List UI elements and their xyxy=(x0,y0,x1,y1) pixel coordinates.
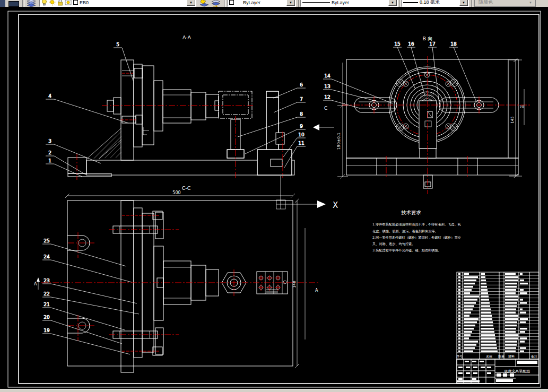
callout-number: 9 xyxy=(300,124,303,129)
dim-b-right-outer: 145 xyxy=(510,116,515,123)
linetype-dropdown-arrow[interactable]: ▼ xyxy=(388,0,397,6)
layer-dropdown-arrow[interactable]: ▼ xyxy=(187,0,195,6)
current-color-swatch-icon xyxy=(229,0,234,5)
callout-number: 25 xyxy=(44,238,49,243)
title-block: 铣床夹具装配图 xyxy=(457,359,539,384)
view-b-direction: 145 70 xyxy=(342,56,532,194)
label-view-b: B 向 xyxy=(422,36,432,41)
tech-req-title: 技术要求 xyxy=(401,210,422,215)
color-control-dropdown[interactable]: ByLayer ▼ xyxy=(227,0,296,7)
layer-name: EB0 xyxy=(80,0,89,5)
bom-rows xyxy=(457,273,539,352)
layer-previous-button[interactable] xyxy=(210,0,222,7)
linetype-sample-icon xyxy=(302,2,330,3)
padlock-icon[interactable] xyxy=(57,0,63,6)
lineweight-sample-icon xyxy=(403,2,418,3)
sun-icon[interactable] xyxy=(49,0,56,6)
make-object-layer-current-icon xyxy=(199,0,209,7)
label-section-aa: A-A xyxy=(182,34,192,40)
layer-previous-icon xyxy=(211,0,221,7)
object-properties-toolbar: EB0 ▼ ByLayer ▼ ByLayer ▼ 0.18 毫米 ▼ 随颜色 … xyxy=(0,0,548,7)
bom-header: 序号 xyxy=(456,354,463,358)
callout-number: 20 xyxy=(44,315,50,320)
callout-number: 16 xyxy=(408,41,414,47)
callout-number: 5 xyxy=(116,42,119,47)
tech-req-line: 叉、对称、逐步、均匀拧紧。 xyxy=(372,242,415,246)
lineweight-control-dropdown[interactable]: 0.18 毫米 ▼ xyxy=(401,0,469,7)
tech-req-line: 2.同一零件用多件螺钉（螺栓）紧固时，各螺钉（螺栓）需交 xyxy=(372,236,461,240)
callout-number: 12 xyxy=(324,94,330,100)
toolbar-separator xyxy=(471,0,473,7)
color-value: ByLayer xyxy=(243,0,260,5)
callout-number: 21 xyxy=(44,302,49,307)
layer-control-dropdown[interactable]: EB0 ▼ xyxy=(39,0,196,7)
datum-a-left: A xyxy=(34,282,37,286)
callout-number: 11 xyxy=(298,141,304,146)
lineweight-dropdown-arrow[interactable]: ▼ xyxy=(459,0,468,6)
color-dropdown-arrow[interactable]: ▼ xyxy=(286,0,295,6)
callout-number: 10 xyxy=(298,132,305,137)
callout-number: 19 xyxy=(44,328,50,333)
lineweight-value: 0.18 毫米 xyxy=(420,0,440,6)
bom-table: 序号 名称 数量 材料 备注 xyxy=(456,272,539,359)
callout-number: 3 xyxy=(48,138,51,144)
dim-height-tolerance: 190±0.1 xyxy=(336,133,341,150)
linetype-control-dropdown[interactable]: ByLayer ▼ xyxy=(300,0,398,7)
viewport-freeze-icon[interactable] xyxy=(65,0,72,6)
callout-number: 8 xyxy=(300,111,303,117)
callout-number: 6 xyxy=(300,82,303,88)
plot-style-dropdown-arrow: ▼ xyxy=(526,0,535,6)
bulb-icon[interactable] xyxy=(41,0,47,6)
tech-req-line: 化皮、锈蚀、切屑、油污、着色剂和灰尘等。 xyxy=(372,229,438,233)
tech-req-line: 3.装配过程中零件不允许磕、碰、划伤和锈蚀。 xyxy=(372,248,441,252)
layers-dialog-button[interactable] xyxy=(25,0,37,7)
plot-style-control-dropdown: 随颜色 ▼ xyxy=(474,0,536,7)
callout-number: 17 xyxy=(429,41,435,47)
view-section-cc: 500 xyxy=(34,176,338,372)
callout-number: 15 xyxy=(394,41,400,47)
cad-drawing[interactable]: 190±0.1 C xyxy=(0,7,548,389)
drawing-title: 铣床夹具装配图 xyxy=(504,369,530,373)
tech-req-line: 1.零件在装配前必须清理和清洗干净，不得有毛刺、飞边、氧 xyxy=(372,222,461,227)
color-swatch-icon[interactable] xyxy=(73,0,78,5)
technical-requirements: 技术要求 1.零件在装配前必须清理和清洗干净，不得有毛刺、飞边、氧 化皮、锈蚀、… xyxy=(372,210,461,252)
dim-c-right-outer: 140 xyxy=(292,281,297,288)
callout-number: 24 xyxy=(44,254,50,259)
partial-icon-left[interactable] xyxy=(0,0,5,7)
label-section-cc: C-C xyxy=(182,185,191,191)
dim-overall-width: 500 xyxy=(172,190,180,195)
linetype-value: ByLayer xyxy=(332,0,349,5)
axis-label-x: X xyxy=(333,201,338,210)
plot-style-value: 随颜色 xyxy=(479,0,493,6)
callout-number: 14 xyxy=(324,73,330,79)
command-line-strip xyxy=(0,389,548,392)
section-letter-c: C xyxy=(324,106,327,111)
callout-number: 7 xyxy=(300,97,303,102)
layers-icon xyxy=(27,0,36,7)
bom-header: 材料 xyxy=(508,354,515,359)
callout-number: 18 xyxy=(450,41,457,47)
part-callouts: 1234567891011121314151617181920212223242… xyxy=(42,41,476,354)
datum-a-right: A xyxy=(315,288,318,293)
toolbar-separator xyxy=(22,0,24,7)
model-space-canvas[interactable]: 190±0.1 C xyxy=(0,7,548,389)
callout-number: 13 xyxy=(324,84,330,89)
make-object-layer-current-button[interactable] xyxy=(198,0,210,7)
bom-header: 名称 xyxy=(486,354,492,359)
callout-number: 23 xyxy=(44,278,49,283)
callout-number: 1 xyxy=(48,158,51,163)
bom-header: 数量 xyxy=(498,354,504,358)
dim-b-right-inner: 70 xyxy=(519,105,524,109)
callout-number: 2 xyxy=(48,150,51,155)
bom-header: 备注 xyxy=(531,354,537,359)
callout-number: 22 xyxy=(44,291,49,297)
toolbar-separator xyxy=(224,0,226,7)
named-views-icon[interactable] xyxy=(7,0,20,7)
bom-headers: 序号 名称 数量 材料 备注 xyxy=(456,354,537,359)
callout-number: 4 xyxy=(48,93,51,99)
